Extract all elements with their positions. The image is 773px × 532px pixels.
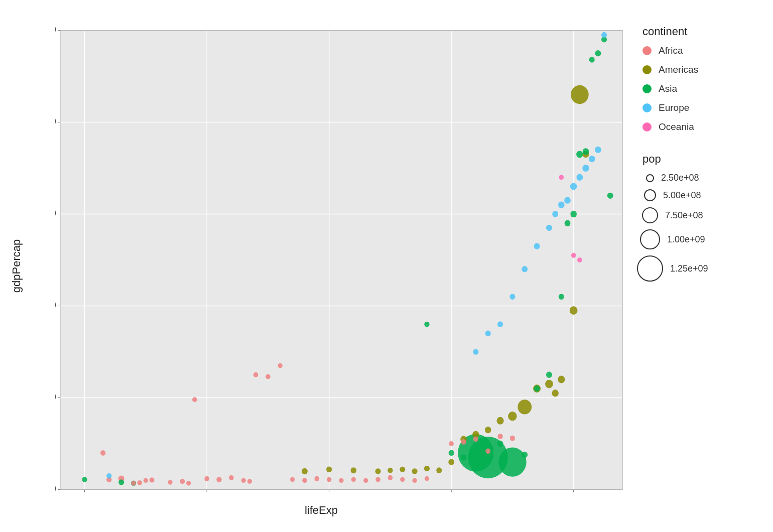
data-point [351,477,356,482]
data-point [589,156,595,162]
data-point [473,349,478,355]
data-point [518,400,532,414]
legend-dot [642,84,652,93]
data-point [485,427,491,433]
data-point [216,477,221,482]
legend-item-oceania: Oceania [642,121,753,132]
data-point [436,467,442,473]
data-point [485,331,491,337]
data-point [144,478,148,483]
chart-container: gdpPercap 010,00020,00030,00040,00050,00… [15,15,758,517]
grid-container: 010,00020,00030,00040,00050,000405060708… [55,25,627,495]
legend-continent-title: continent [642,25,753,38]
plot-area: gdpPercap 010,00020,00030,00040,00050,00… [15,15,627,517]
data-point [449,441,454,446]
data-point [498,448,527,477]
data-point [180,479,185,484]
data-point [388,468,393,473]
data-point [577,257,582,262]
data-point [570,211,577,217]
data-point [559,175,564,180]
pop-size-circle [646,174,654,182]
data-point [388,475,393,480]
data-point [534,385,540,391]
data-point [577,174,583,181]
legend: continent Africa Americas Asia Europe Oc… [627,15,758,298]
data-point [400,477,405,482]
data-point [168,480,173,485]
data-point [327,477,332,482]
data-point [186,481,191,486]
data-point [607,193,613,199]
data-point [558,202,565,208]
data-point [545,380,553,388]
data-point [424,322,429,327]
data-point [461,439,466,445]
y-tick-label: 40,000 [55,114,56,127]
data-point [497,321,503,327]
data-point [589,57,595,63]
data-point [229,475,234,480]
data-point [204,476,209,481]
data-point [326,467,332,473]
legend-continent-name: Asia [659,83,677,94]
pop-size-label: 7.50e+08 [665,210,703,221]
x-tick-label: 60 [323,494,335,495]
data-point [595,50,601,56]
legend-item-asia: Asia [642,83,753,94]
data-point [570,306,578,315]
chart-background [60,30,622,489]
legend-dot [642,103,652,112]
y-tick-label: 0 [55,482,56,495]
data-point [351,467,356,473]
data-point [576,151,583,158]
legend-item-americas: Americas [642,64,753,75]
data-point [449,450,454,456]
pop-size-label: 5.00e+08 [663,190,701,201]
data-point [595,147,601,153]
data-point [339,478,343,483]
pop-legend-item: 5.00e+08 [642,189,753,201]
data-point [375,477,380,482]
data-point [106,473,111,479]
legend-dot [642,46,652,55]
data-point [375,468,381,474]
data-point [571,85,589,104]
x-tick-label: 80 [568,494,580,495]
data-point [413,478,417,483]
y-tick-label: 30,000 [55,206,56,219]
data-point [253,372,259,377]
data-point [601,32,607,38]
pop-size-label: 1.00e+09 [667,234,705,245]
pop-size-label: 1.25e+09 [670,263,708,274]
data-point [137,480,142,485]
data-point [448,459,454,465]
data-point [552,389,558,396]
pop-legend-item: 1.25e+09 [642,255,753,282]
data-point [315,476,320,481]
legend-continent-name: Americas [659,64,698,75]
data-point [412,468,418,474]
data-point [461,454,467,460]
data-point [522,452,528,458]
y-tick-label: 50,000 [55,25,56,36]
data-point [473,437,478,442]
data-point [565,220,571,226]
legend-continent-name: Africa [659,45,683,56]
pop-legend-item: 7.50e+08 [642,207,753,223]
data-point [509,294,515,300]
data-point [424,466,430,472]
data-point [82,477,87,482]
data-point [582,165,589,172]
data-point [247,479,252,484]
data-point [302,468,308,474]
pop-legend-item: 1.00e+09 [642,229,753,249]
data-point [363,478,368,483]
data-point [552,211,558,217]
data-point [522,266,528,272]
data-point [559,294,564,300]
x-tick-label: 50 [201,494,213,495]
pop-size-circle [637,255,663,282]
legend-dot [642,122,652,131]
data-point [496,417,503,425]
